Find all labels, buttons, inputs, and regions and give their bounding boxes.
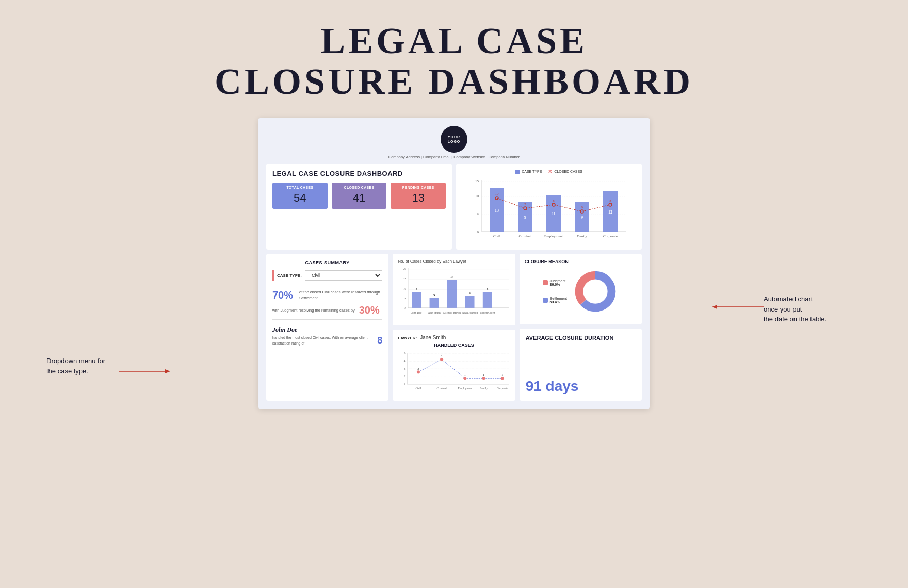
svg-text:12: 12 [608,210,612,215]
stat1-desc: of the closed Civil cases were resolved … [299,290,382,301]
lawyer-detail-label: LAWYER: [398,336,417,340]
svg-text:4: 4 [404,360,406,363]
closure-reason-panel: CLOSURE REASON Judgment 36.6% [520,254,642,324]
svg-text:5: 5 [404,352,406,355]
svg-text:0: 0 [405,307,407,310]
svg-text:9: 9 [581,215,583,220]
judgment-percent: 36.6% [550,283,566,286]
top-lawyer-desc: handled the most closed Civil cases. Wit… [272,335,377,346]
handled-cases-title: HANDLED CASES [398,342,510,348]
svg-text:13: 13 [495,208,499,213]
legend-case-type: CASE TYPE [515,169,542,174]
svg-text:2: 2 [404,375,406,378]
svg-text:5: 5 [405,298,407,301]
svg-text:1: 1 [483,373,484,377]
svg-text:Family: Family [577,234,587,238]
stat2-percent: 30% [359,304,380,316]
svg-text:1: 1 [502,373,504,377]
svg-rect-54 [465,296,475,308]
svg-text:John Doe: John Doe [411,311,422,314]
svg-text:10: 10 [403,288,407,291]
svg-text:Criminal: Criminal [519,234,532,238]
svg-text:Michael Brown: Michael Brown [443,311,461,314]
annotation-right: Automated chartonce you putthe date on t… [764,294,856,324]
svg-text:1: 1 [404,383,406,386]
settlement-label: Settlement [550,297,567,300]
svg-rect-45 [412,292,421,308]
svg-text:5: 5 [477,211,479,216]
svg-text:Sarah Johnson: Sarah Johnson [462,311,478,314]
svg-rect-51 [447,280,457,308]
settlement-percent: 63.4% [550,300,567,304]
cases-summary-title: CASES SUMMARY [272,260,382,265]
svg-text:Criminal: Criminal [437,387,447,390]
kpi-total-cases: TOTAL CASES 54 [272,183,328,209]
kpi-pending-cases: PENDING CASES 13 [391,183,446,209]
company-info: Company Address | Company Email | Compan… [266,155,642,159]
lawyer-bar-chart-panel: No. of Cases Closed by Each Lawyer 20 15… [393,254,515,325]
svg-text:Family: Family [480,387,488,390]
dashboard-panel-title: LEGAL CASE CLOSURE DASHBOARD [272,170,446,177]
cases-summary-panel: CASES SUMMARY CASE TYPE: Civil Criminal … [266,254,388,401]
svg-point-75 [501,377,504,380]
svg-point-72 [441,358,443,361]
stat1-percent: 70% [272,289,295,301]
svg-text:1: 1 [464,373,466,377]
pending-cases-label: PENDING CASES [393,186,444,189]
svg-text:Corporate: Corporate [497,387,508,390]
svg-text:6: 6 [469,291,471,295]
lawyer-detail-name: Jane Smith [420,335,446,340]
svg-marker-92 [712,305,717,309]
avg-duration-panel: AVERAGE CLOSURE DURATION 91 days [520,329,642,401]
svg-text:3: 3 [404,367,406,370]
case-type-select[interactable]: Civil Criminal Employment Family Corpora… [305,270,382,281]
svg-text:15: 15 [475,179,479,183]
svg-text:10: 10 [495,192,499,196]
svg-text:6: 6 [581,205,583,209]
svg-text:4: 4 [441,354,443,358]
svg-text:Employment: Employment [458,387,473,390]
svg-text:14: 14 [450,275,454,279]
case-type-label: CASE TYPE: [277,273,302,278]
bar-chart-panel: CASE TYPE ✕ CLOSED CASES 15 [456,164,642,250]
total-cases-label: TOTAL CASES [274,186,326,189]
left-top-panel: LEGAL CASE CLOSURE DASHBOARD TOTAL CASES… [266,164,452,250]
svg-text:Employment: Employment [544,234,563,238]
svg-text:8: 8 [553,199,555,203]
logo-circle: YOUR LOGO [441,126,467,153]
lawyer-detail-panel: LAWYER: Jane Smith HANDLED CASES 5 4 3 2… [393,330,515,401]
svg-text:0: 0 [477,230,479,234]
closed-cases-label: CLOSED CASES [334,186,385,189]
svg-text:15: 15 [403,277,407,281]
svg-text:Civil: Civil [416,387,421,390]
svg-rect-57 [483,292,492,308]
svg-text:8: 8 [609,199,611,203]
judgment-label: Judgment [550,279,566,283]
svg-text:Jane Smith: Jane Smith [428,311,441,314]
svg-point-73 [464,377,466,380]
svg-text:Robert Green: Robert Green [480,311,496,314]
svg-text:7: 7 [524,202,526,206]
svg-text:Civil: Civil [493,234,500,238]
svg-text:8: 8 [487,287,489,291]
svg-point-74 [482,377,485,380]
avg-duration-value: 91 days [526,378,636,395]
lawyer-chart-title: No. of Cases Closed by Each Lawyer [398,259,510,264]
total-cases-value: 54 [274,191,326,205]
svg-text:5: 5 [433,293,435,297]
top-lawyer-count: 8 [377,335,382,346]
svg-marker-90 [165,369,170,373]
legend-closed-cases: ✕ CLOSED CASES [548,169,582,174]
dashboard-card: YOUR LOGO Company Address | Company Emai… [258,118,650,409]
kpi-closed-cases: CLOSED CASES 41 [332,183,387,209]
svg-point-88 [585,281,606,302]
dashboard-header: YOUR LOGO Company Address | Company Emai… [266,126,642,159]
svg-rect-48 [430,298,439,308]
pending-cases-value: 13 [393,191,444,205]
page-title: LEGAL CASE CLOSURE DASHBOARD [0,0,908,112]
svg-point-71 [417,371,419,373]
svg-text:9: 9 [524,215,526,220]
svg-text:10: 10 [475,194,479,198]
stat2-desc: with Judgment resolving the remaining ca… [272,308,355,314]
top-lawyer-name: John Doe [272,326,377,334]
